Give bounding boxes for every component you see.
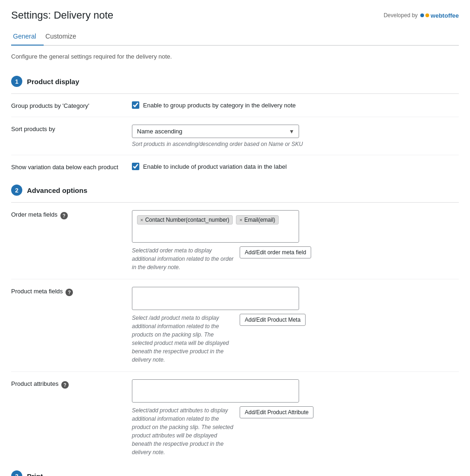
tab-customize[interactable]: Customize xyxy=(44,29,84,46)
product-meta-control: Select /add product meta to display addi… xyxy=(132,287,459,364)
product-attributes-label: Product attributes ? xyxy=(11,379,132,389)
tab-general[interactable]: General xyxy=(11,29,44,46)
group-products-checkbox-row: Enable to group products by category in … xyxy=(132,101,459,109)
brand-area: Developed by webtoffee xyxy=(384,12,459,19)
section-1-header: 1 Product display xyxy=(11,69,459,93)
webtoffee-name: webtoffee xyxy=(431,12,459,19)
show-variation-control: Enable to include of product variation d… xyxy=(132,163,459,170)
logo-dot-blue xyxy=(420,13,424,17)
setting-sort-products: Sort products by Name ascending Name des… xyxy=(11,117,459,155)
product-attributes-hint: Select/add product attributes to display… xyxy=(132,406,234,456)
order-meta-control: × Contact Number(contact_number) × Email… xyxy=(132,210,459,271)
group-products-label: Group products by 'Category' xyxy=(11,101,132,109)
product-meta-help-icon[interactable]: ? xyxy=(65,289,73,296)
section-2-number: 2 xyxy=(11,185,22,196)
product-attributes-help-icon[interactable]: ? xyxy=(61,381,69,389)
product-meta-label: Product meta fields ? xyxy=(11,287,132,296)
tag-contact-number-label: Contact Number(contact_number) xyxy=(145,217,229,223)
sort-products-label: Sort products by xyxy=(11,125,132,132)
section-print: 3 Print Attach delivery note PDF in the … xyxy=(11,464,459,476)
setting-order-meta: Order meta fields ? × Contact Number(con… xyxy=(11,203,459,279)
page-wrapper: Settings: Delivery note Developed by web… xyxy=(0,0,470,476)
product-meta-actions: Select /add product meta to display addi… xyxy=(132,314,459,364)
section-1-title: Product display xyxy=(27,78,79,86)
sort-select-wrapper: Name ascending Name descending SKU ascen… xyxy=(132,125,299,138)
order-meta-actions: Select/add order meta to display additio… xyxy=(132,246,459,271)
section-3-title: Print xyxy=(27,472,43,476)
section-product-display: 1 Product display Group products by 'Cat… xyxy=(11,69,459,178)
sort-products-select[interactable]: Name ascending Name descending SKU ascen… xyxy=(132,125,299,138)
page-description: Configure the general settings required … xyxy=(11,53,459,60)
section-3-header: 3 Print xyxy=(11,464,459,476)
add-edit-product-meta-button[interactable]: Add/Edit Product Meta xyxy=(240,314,306,326)
setting-product-attributes: Product attributes ? Select/add product … xyxy=(11,372,459,464)
tag-email-remove[interactable]: × xyxy=(239,217,242,223)
webtoffee-logo: webtoffee xyxy=(420,12,459,19)
tag-email-label: Email(email) xyxy=(244,217,275,223)
order-meta-field-box[interactable]: × Contact Number(contact_number) × Email… xyxy=(132,210,299,243)
section-3-number: 3 xyxy=(11,470,22,476)
tag-contact-number-remove[interactable]: × xyxy=(140,217,143,223)
section-1-number: 1 xyxy=(11,76,22,87)
tag-contact-number: × Contact Number(contact_number) xyxy=(137,215,233,225)
show-variation-checkbox-label: Enable to include of product variation d… xyxy=(143,163,287,170)
page-title: Settings: Delivery note xyxy=(11,9,113,21)
order-meta-label: Order meta fields ? xyxy=(11,210,132,219)
group-products-checkbox-label: Enable to group products by category in … xyxy=(143,102,296,109)
show-variation-checkbox-row: Enable to include of product variation d… xyxy=(132,163,459,170)
page-header: Settings: Delivery note Developed by web… xyxy=(11,9,459,21)
order-meta-help-icon[interactable]: ? xyxy=(60,212,68,219)
add-edit-product-attribute-button[interactable]: Add/Edit Product Attribute xyxy=(240,406,313,418)
logo-dot-orange xyxy=(425,13,429,17)
product-attributes-control: Select/add product attributes to display… xyxy=(132,379,459,456)
sort-products-control: Name ascending Name descending SKU ascen… xyxy=(132,125,459,147)
product-attributes-field-box[interactable] xyxy=(132,379,299,403)
section-2-header: 2 Advanced options xyxy=(11,178,459,202)
show-variation-checkbox[interactable] xyxy=(132,163,139,170)
tabs-container: General Customize xyxy=(11,29,459,46)
section-2-title: Advanced options xyxy=(27,186,87,194)
product-attributes-actions: Select/add product attributes to display… xyxy=(132,406,459,456)
tag-email: × Email(email) xyxy=(236,215,278,225)
show-variation-label: Show variation data below each product xyxy=(11,163,132,171)
setting-group-products: Group products by 'Category' Enable to g… xyxy=(11,94,459,117)
setting-show-variation: Show variation data below each product E… xyxy=(11,155,459,178)
group-products-checkbox[interactable] xyxy=(132,101,139,109)
add-edit-order-meta-button[interactable]: Add/Edit order meta field xyxy=(240,246,311,258)
product-meta-hint: Select /add product meta to display addi… xyxy=(132,314,234,364)
order-meta-hint: Select/add order meta to display additio… xyxy=(132,246,234,271)
group-products-control: Enable to group products by category in … xyxy=(132,101,459,109)
product-meta-field-box[interactable] xyxy=(132,287,299,310)
developed-by-text: Developed by xyxy=(384,12,418,19)
setting-product-meta: Product meta fields ? Select /add produc… xyxy=(11,279,459,372)
section-advanced-options: 2 Advanced options Order meta fields ? ×… xyxy=(11,178,459,464)
sort-products-hint: Sort products in ascending/descending or… xyxy=(132,141,459,147)
